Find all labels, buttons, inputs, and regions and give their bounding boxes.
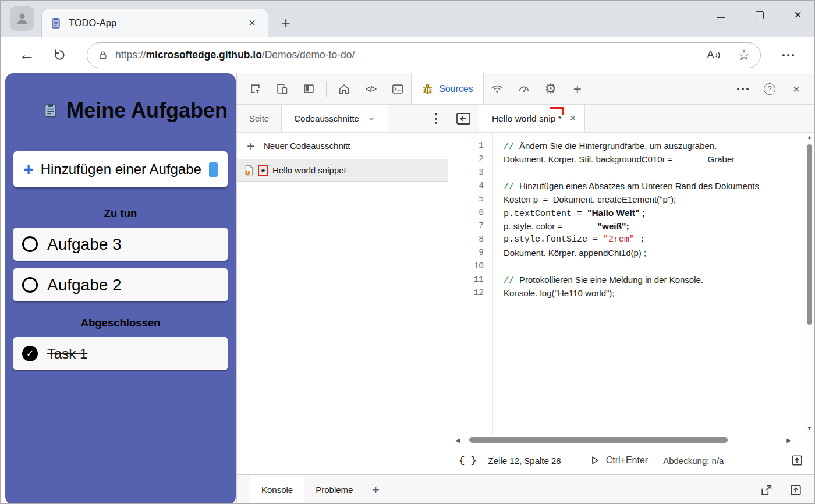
devtools-menu-button[interactable]: [729, 73, 756, 104]
url-host: microsoftedge.github.io: [146, 49, 262, 61]
refresh-button[interactable]: [46, 42, 73, 69]
code-line: // Hinzufügen eines Absatzes am Unteren …: [504, 179, 800, 193]
task-checked-icon[interactable]: ✓: [22, 346, 38, 361]
sidebar-tabs: Seite Codeausschnitte: [237, 105, 448, 133]
help-icon: ?: [764, 83, 775, 95]
tab-page[interactable]: Seite: [237, 105, 281, 132]
navigator-toggle-button[interactable]: [448, 105, 479, 132]
scroll-up-icon[interactable]: ▲: [808, 134, 811, 141]
window-maximize-button[interactable]: [756, 11, 764, 19]
line-number[interactable]: 1: [448, 139, 484, 152]
chevron-down-icon: [367, 115, 375, 123]
site-info-lock-icon[interactable]: [98, 49, 108, 61]
code-editor[interactable]: 123456789101112 // Ändern Sie die Hinter…: [448, 133, 814, 434]
scroll-down-icon[interactable]: ▼: [808, 425, 811, 432]
text-cursor-highlight: [209, 162, 218, 177]
browser-menu-button[interactable]: [775, 42, 802, 69]
drawer-more-tabs-button[interactable]: +: [364, 475, 387, 504]
horizontal-scrollbar[interactable]: ◀ ▶: [448, 434, 814, 446]
task-item[interactable]: ✓Task 1: [13, 337, 228, 370]
pretty-print-button[interactable]: { }: [459, 455, 477, 466]
code-content[interactable]: // Ändern Sie die Hintergrundfarbe, um a…: [492, 133, 814, 434]
play-icon: [589, 455, 601, 466]
line-number[interactable]: 2: [448, 152, 484, 166]
window-close-button[interactable]: ×: [794, 9, 802, 22]
dock-side-button[interactable]: [295, 73, 322, 104]
elements-panel-button[interactable]: </>: [357, 73, 384, 104]
vertical-scrollbar-thumb[interactable]: [807, 144, 812, 325]
code-line: // Ändern Sie die Hintergrundfarbe, um a…: [504, 139, 800, 152]
url-path: /Demos/demo-to-do/: [262, 49, 355, 61]
snippet-name: Hello world snippet: [272, 165, 346, 175]
new-snippet-button[interactable]: + Neuer Codeausschnitt: [237, 133, 448, 159]
todo-app-panel: Meine Aufgaben + Hinzufügen einer Aufgab…: [5, 73, 236, 504]
run-snippet-button[interactable]: Ctrl+Enter: [589, 455, 648, 466]
code-segment: "Hallo Welt" ;: [587, 208, 645, 218]
line-number[interactable]: 3: [448, 166, 484, 179]
network-conditions-button[interactable]: [484, 73, 511, 104]
horizontal-scrollbar-track[interactable]: [462, 437, 784, 443]
task-item[interactable]: Aufgabe 3: [13, 228, 228, 261]
sidebar-overflow-menu[interactable]: [424, 105, 448, 132]
line-number[interactable]: 9: [448, 246, 484, 260]
devtools-help-button[interactable]: ?: [756, 73, 783, 104]
deploy-button[interactable]: [790, 454, 804, 467]
code-segment: Kosten p = Dokument. createE1ement("p");: [504, 194, 676, 204]
editor-tab-close-icon[interactable]: ×: [570, 112, 576, 125]
tab-close-icon[interactable]: ×: [245, 16, 260, 31]
sources-panel-tab[interactable]: Sources: [411, 73, 484, 104]
back-button[interactable]: ←: [13, 42, 40, 69]
more-tools-button[interactable]: +: [564, 73, 591, 104]
welcome-panel-button[interactable]: [331, 73, 357, 104]
profile-avatar[interactable]: [10, 6, 34, 31]
snippet-list-item[interactable]: * Hello world snippet: [237, 159, 448, 182]
settings-button[interactable]: ⚙: [537, 73, 564, 104]
read-aloud-button[interactable]: A: [702, 44, 725, 66]
code-segment: //: [504, 182, 519, 192]
code-segment: Protokollieren Sie eine Meldung in der K…: [519, 275, 703, 285]
line-number[interactable]: 12: [448, 286, 484, 300]
box-up-arrow-icon[interactable]: [789, 484, 803, 496]
task-checkbox-icon[interactable]: [22, 277, 38, 293]
device-toolbar-button[interactable]: [268, 73, 295, 104]
scroll-left-icon[interactable]: ◀: [453, 437, 462, 443]
editor-tab[interactable]: Hello world snip * ×: [479, 105, 585, 132]
add-task-label: Hinzufügen einer Aufgabe: [41, 161, 201, 178]
browser-tab[interactable]: TODO-App ×: [41, 9, 268, 37]
drawer-tab-problems[interactable]: Probleme: [304, 475, 364, 504]
line-number[interactable]: 6: [448, 206, 484, 219]
kebab-icon: [435, 113, 437, 124]
url-text[interactable]: https://microsoftedge.github.io/Demos/de…: [115, 49, 695, 61]
performance-panel-button[interactable]: [511, 73, 537, 104]
new-tab-button[interactable]: +: [277, 13, 295, 32]
open-in-window-icon[interactable]: [760, 484, 774, 496]
person-icon: [15, 11, 30, 26]
todo-task-list: Aufgabe 3Aufgabe 2: [13, 228, 228, 301]
devtools-toolbar: </> Sources: [237, 73, 814, 105]
drawer-tab-console[interactable]: Konsole: [250, 475, 304, 504]
line-number[interactable]: 11: [448, 273, 484, 286]
favorites-star-icon[interactable]: ☆: [732, 44, 756, 66]
scroll-right-icon[interactable]: ▶: [784, 437, 793, 443]
toolbar-divider: [326, 81, 327, 97]
task-checkbox-icon[interactable]: [22, 236, 38, 252]
add-task-button[interactable]: + Hinzufügen einer Aufgabe: [13, 151, 228, 187]
tab-snippets[interactable]: Codeausschnitte: [281, 105, 388, 132]
inspect-element-button[interactable]: [242, 73, 268, 104]
refresh-icon: [53, 48, 66, 62]
line-number[interactable]: 10: [448, 260, 484, 273]
code-line: // Protokollieren Sie eine Meldung in de…: [504, 273, 800, 286]
window-minimize-button[interactable]: [717, 17, 725, 18]
horizontal-scrollbar-thumb[interactable]: [469, 437, 728, 443]
line-number[interactable]: 5: [448, 193, 484, 206]
console-panel-button[interactable]: [384, 73, 411, 104]
code-line: p.style.fontSize = "2rem" ;: [504, 233, 800, 246]
devtools-close-button[interactable]: ×: [783, 73, 810, 104]
line-number[interactable]: 7: [448, 219, 484, 233]
task-item[interactable]: Aufgabe 2: [13, 268, 228, 301]
line-number[interactable]: 4: [448, 179, 484, 193]
line-number[interactable]: 8: [448, 233, 484, 246]
address-bar[interactable]: https://microsoftedge.github.io/Demos/de…: [87, 42, 761, 68]
wifi-icon: [491, 83, 504, 95]
vertical-scrollbar[interactable]: ▲ ▼: [805, 133, 814, 434]
